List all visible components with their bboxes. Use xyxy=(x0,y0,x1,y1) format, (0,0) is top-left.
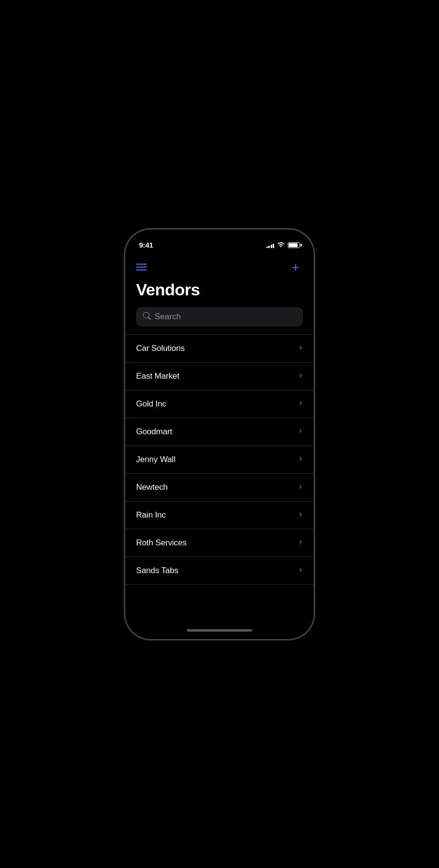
dynamic-island xyxy=(190,235,249,252)
chevron-right-icon xyxy=(299,428,303,436)
wifi-icon xyxy=(277,241,285,249)
content-area: + Vendors Car SolutionsEast MarketGold I… xyxy=(125,254,314,622)
vendor-name: Sands Tabs xyxy=(136,566,179,576)
status-icons xyxy=(266,241,300,249)
chevron-right-icon xyxy=(299,456,303,463)
search-input[interactable] xyxy=(155,312,296,322)
vendor-list-item[interactable]: East Market xyxy=(125,363,314,390)
vendor-list-item[interactable]: Jenny Wall xyxy=(125,446,314,474)
chevron-right-icon xyxy=(299,372,303,380)
vendor-list-item[interactable]: Newtech xyxy=(125,474,314,502)
add-vendor-button[interactable]: + xyxy=(288,260,303,274)
menu-button[interactable] xyxy=(136,264,147,270)
chevron-right-icon xyxy=(299,345,303,352)
page-title: Vendors xyxy=(125,278,314,307)
vendor-name: Newtech xyxy=(136,482,168,492)
vendor-name: Goodmart xyxy=(136,427,172,437)
chevron-right-icon xyxy=(299,511,303,519)
search-bar[interactable] xyxy=(136,307,303,327)
vendor-name: Car Solutions xyxy=(136,344,184,353)
vendor-list: Car SolutionsEast MarketGold IncGoodmart… xyxy=(125,334,314,585)
vendor-name: Gold Inc xyxy=(136,399,166,409)
chevron-right-icon xyxy=(299,483,303,491)
vendor-list-item[interactable]: Goodmart xyxy=(125,418,314,446)
vendor-name: Rain Inc xyxy=(136,510,166,520)
vendor-name: East Market xyxy=(136,371,180,381)
chevron-right-icon xyxy=(299,539,303,547)
signal-icon xyxy=(266,242,275,248)
vendor-name: Roth Services xyxy=(136,538,186,548)
vendor-list-item[interactable]: Gold Inc xyxy=(125,390,314,418)
chevron-right-icon xyxy=(299,400,303,408)
chevron-right-icon xyxy=(299,567,303,575)
vendor-list-item[interactable]: Rain Inc xyxy=(125,502,314,529)
battery-icon xyxy=(288,242,300,248)
status-time: 9:41 xyxy=(139,241,153,249)
nav-bar: + xyxy=(125,254,314,278)
vendor-list-item[interactable]: Car Solutions xyxy=(125,334,314,363)
home-indicator xyxy=(125,622,314,639)
vendor-list-item[interactable]: Roth Services xyxy=(125,529,314,557)
search-icon xyxy=(143,312,151,322)
vendor-name: Jenny Wall xyxy=(136,455,176,464)
vendor-list-item[interactable]: Sands Tabs xyxy=(125,557,314,585)
